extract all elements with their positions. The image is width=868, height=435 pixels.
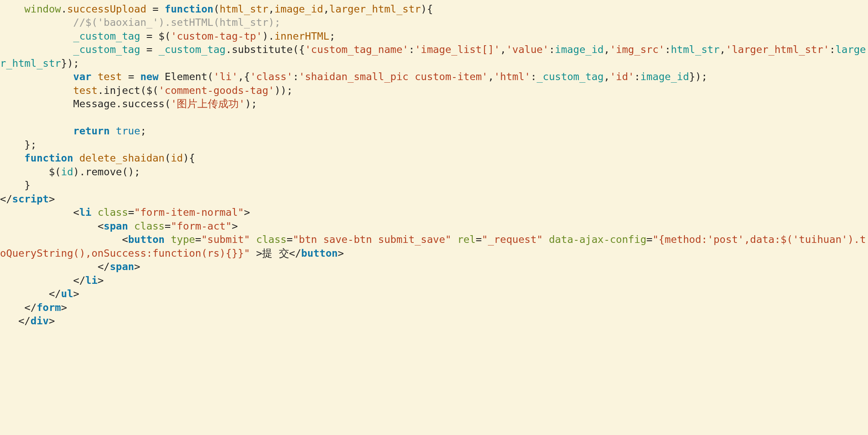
- code-line: $(id).remove();: [0, 166, 140, 178]
- code-line: <span class="form-act">: [0, 220, 238, 232]
- code-line: </form>: [0, 301, 67, 314]
- code-line: return true;: [0, 125, 147, 137]
- code-line: _custom_tag = $('custom-tag-tp').innerHT…: [0, 30, 335, 42]
- code-line: window.successUpload = function(html_str…: [0, 3, 433, 15]
- code-block: window.successUpload = function(html_str…: [0, 0, 868, 332]
- code-line: </script>: [0, 193, 55, 205]
- code-line: //$('baoxian_').setHTML(html_str);: [0, 16, 281, 28]
- code-line: </div>: [0, 315, 55, 327]
- code-line: _custom_tag = _custom_tag.substitute({'c…: [0, 44, 866, 69]
- code-line: </li>: [0, 274, 104, 286]
- code-line: }: [0, 179, 31, 191]
- code-line: </ul>: [0, 288, 79, 300]
- code-line: Message.success('图片上传成功');: [0, 98, 257, 110]
- code-line: var test = new Element('li',{'class':'sh…: [0, 71, 707, 83]
- code-line: <li class="form-item-normal">: [0, 206, 250, 218]
- code-line: };: [0, 139, 37, 151]
- code-line: <button type="submit" class="btn save-bt…: [0, 233, 866, 259]
- code-line: test.inject($('comment-goods-tag'));: [0, 84, 293, 96]
- code-line: </span>: [0, 261, 140, 273]
- code-line: function delete_shaidan(id){: [0, 152, 195, 164]
